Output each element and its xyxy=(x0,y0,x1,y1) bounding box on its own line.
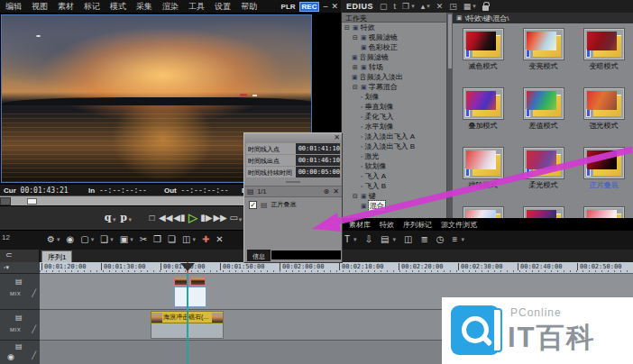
title-clip-body[interactable] xyxy=(174,287,206,307)
chevron-down-icon[interactable]: ▾ xyxy=(411,2,415,11)
tree-item-fade-fly-in-a[interactable]: ▫淡入淡出飞入 A xyxy=(342,132,446,141)
delete-icon[interactable]: ✕ xyxy=(436,2,444,11)
collapse-icon[interactable]: ⊟ xyxy=(352,32,359,42)
chevron-down-icon[interactable]: ▾ xyxy=(427,2,430,11)
effect-item-12[interactable] xyxy=(575,207,632,218)
collapse-icon[interactable]: ⊟ xyxy=(352,82,359,92)
chevron-down-icon[interactable]: ▾ xyxy=(392,233,396,246)
chevron-down-icon[interactable]: ▾ xyxy=(91,233,95,246)
menu-item-help[interactable]: 帮助 xyxy=(241,1,257,13)
player-mode-button[interactable]: PLR xyxy=(281,3,296,11)
tree-item-mixer-selected[interactable]: ▣混合 xyxy=(342,201,446,211)
title-clip[interactable] xyxy=(174,275,207,309)
tab-information[interactable]: 信息 xyxy=(247,250,271,261)
menu-item-tools[interactable]: 工具 xyxy=(188,1,205,13)
effect-hard-light-mode[interactable]: 强光模式 xyxy=(575,88,632,130)
rewind-button[interactable]: ◀◀ xyxy=(159,211,172,225)
audio-mixer-icon[interactable]: ≣ xyxy=(420,233,427,246)
expand-icon[interactable]: ⊞ xyxy=(352,62,359,72)
tree-item-fly-in-b[interactable]: ▫飞入 B xyxy=(342,181,446,191)
chevron-down-icon[interactable]: ▾ xyxy=(353,233,357,246)
applied-effect-row[interactable]: ✓ ▤ 正片叠底 xyxy=(244,197,342,209)
export-icon[interactable]: ▤ xyxy=(381,233,389,246)
tab-effects[interactable]: 特效 xyxy=(380,220,394,230)
minimize-button[interactable]: – xyxy=(323,2,327,11)
dialog-title-bar[interactable]: ✕ xyxy=(244,133,342,142)
menu-item-clip[interactable]: 素材 xyxy=(58,1,74,13)
effect-item-10[interactable] xyxy=(454,207,511,218)
tree-item-effects[interactable]: ⊟▣特效 xyxy=(342,23,446,32)
menu-item-render[interactable]: 渲染 xyxy=(162,1,179,13)
folder-icon[interactable]: ▢ xyxy=(380,2,388,11)
chevron-down-icon[interactable]: ▾ xyxy=(472,2,476,11)
address-icon[interactable]: ◳ xyxy=(449,2,457,11)
mode-panel-icon[interactable]: ◫ xyxy=(404,233,412,246)
close-button[interactable]: ✕ xyxy=(331,2,338,11)
tree-item-audio-fade[interactable]: ▣音频淡入淡出 xyxy=(342,72,446,82)
menu-item-marker[interactable]: 标记 xyxy=(84,1,100,13)
play-button[interactable]: ▷ xyxy=(186,211,199,225)
render-icon[interactable]: ▣ xyxy=(120,233,128,246)
effect-darken-mode[interactable]: 变暗模式 xyxy=(575,29,632,70)
step-forward-button[interactable]: ▮▶ xyxy=(199,211,213,225)
tree-item-laser[interactable]: ▫激光 xyxy=(342,151,446,161)
text-title-icon[interactable]: t xyxy=(394,2,397,11)
playhead-marker[interactable] xyxy=(180,263,195,271)
stop-button[interactable]: □ xyxy=(145,211,159,225)
capture-icon[interactable]: ◉ xyxy=(66,233,74,246)
copy-icon[interactable]: ❐ xyxy=(153,233,161,246)
tree-item-horizontal-wipe[interactable]: ▫水平划像 xyxy=(342,122,446,132)
paste-icon[interactable]: ❏ xyxy=(168,233,176,246)
chevron-down-icon[interactable]: ▾ xyxy=(461,233,464,246)
save-icon[interactable]: ❑ xyxy=(100,233,108,246)
collapse-icon[interactable]: ⊟ xyxy=(344,23,351,32)
delete-filter-icon[interactable]: ✕ xyxy=(333,187,339,196)
effect-multiply-mode-selected[interactable]: 正片叠底 xyxy=(575,148,632,189)
mode-icon[interactable]: ◫ xyxy=(182,233,190,246)
tree-item-transitions[interactable]: ⊞▣转场 xyxy=(342,62,446,72)
menu-item-settings[interactable]: 设置 xyxy=(215,1,231,13)
recorder-mode-button[interactable]: REC xyxy=(299,2,320,12)
title-tool-button[interactable]: T xyxy=(344,233,350,246)
tree-item-title-mixer[interactable]: ⊟▣字幕混合 xyxy=(342,82,446,92)
ripple-delete-icon[interactable]: ✚ xyxy=(202,233,209,246)
tree-item-vertical-wipe[interactable]: ▫垂直划像 xyxy=(342,102,446,112)
track-expand-icon[interactable]: ╱ xyxy=(32,351,36,359)
tree-item-soft-wipe[interactable]: ▫软划像 xyxy=(342,161,446,171)
collapse-icon[interactable]: ⊟ xyxy=(352,191,359,201)
add-filter-icon[interactable]: ⊕ xyxy=(324,187,330,196)
timeline-ruler[interactable]: 00:01:20:00 00:01:30:00 00:01:40:00 00:0… xyxy=(40,262,633,274)
tab-sequence-marker[interactable]: 序列标记 xyxy=(403,220,432,230)
position-bar-thumb[interactable] xyxy=(27,198,37,205)
chevron-down-icon[interactable]: ▾ xyxy=(192,233,196,246)
tab-sequence-1[interactable]: 序列1 xyxy=(41,250,72,262)
eye-icon[interactable]: ◉ xyxy=(7,352,14,361)
tree-item-audio-filters[interactable]: ▣音频滤镜 xyxy=(342,52,446,62)
tab-source-browser[interactable]: 源文件浏览 xyxy=(441,220,477,230)
tree-item-key[interactable]: ⊟▣键 xyxy=(342,191,446,201)
collapse-tracks-icon[interactable]: ⊂ xyxy=(0,250,40,262)
effect-overlay-mode[interactable]: 叠加模式 xyxy=(454,88,511,130)
eject-icon[interactable]: ▴ xyxy=(421,2,426,11)
tree-item-video-filters[interactable]: ⊟▣视频滤镜 xyxy=(342,32,446,42)
tree-item-soft-fly-in[interactable]: ▫柔化飞入 xyxy=(342,112,446,122)
track-expand-icon[interactable]: ╱ xyxy=(32,289,36,297)
effect-soft-light-mode[interactable]: 柔光模式 xyxy=(515,148,572,189)
layers-icon[interactable]: ❐ xyxy=(402,2,409,11)
chevron-down-icon[interactable]: ▾ xyxy=(57,233,60,246)
grid-view-icon[interactable]: ▦ xyxy=(463,2,472,11)
delete-icon[interactable]: ✕ xyxy=(216,233,223,246)
menu-item-view[interactable]: 视图 xyxy=(32,1,48,13)
track-expand-icon[interactable]: ╱ xyxy=(32,325,36,333)
filter-list-icon[interactable]: ▤ xyxy=(247,187,254,196)
menu-item-edit[interactable]: 编辑 xyxy=(5,1,22,13)
tree-item-wipe[interactable]: ▫划像 xyxy=(342,92,446,102)
effect-item-11[interactable] xyxy=(515,207,572,218)
track-header-audio[interactable]: ▤ ◉ ╱ xyxy=(0,341,40,364)
effect-subtract-mode[interactable]: 减色模式 xyxy=(454,29,511,70)
fast-forward-button[interactable]: ▶▶ xyxy=(213,211,226,225)
voiceover-icon[interactable]: ⇩ xyxy=(365,233,372,246)
step-back-button[interactable]: ◀▮ xyxy=(172,211,186,225)
cut-icon[interactable]: ✂ xyxy=(140,233,147,246)
settings-icon[interactable]: ⚙ xyxy=(47,233,55,246)
